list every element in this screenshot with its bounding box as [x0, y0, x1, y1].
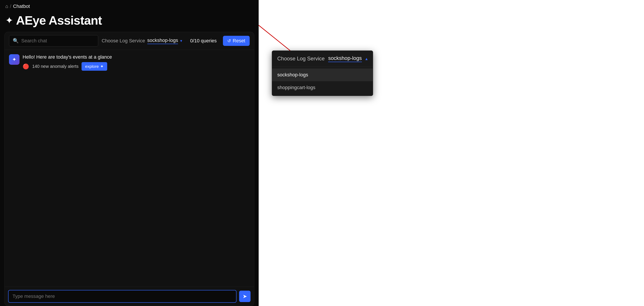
- sparkle-icon: ✦: [5, 15, 13, 26]
- dropdown-option-shoppingcart[interactable]: shoppingcart-logs: [272, 81, 373, 94]
- dropdown-popup-arrow-icon[interactable]: ▴: [366, 56, 368, 61]
- chat-messages: ✦ Hello! Here are today's events at a gl…: [4, 50, 254, 287]
- page-title-area: ✦ AEye Assistant: [0, 11, 259, 32]
- explore-button[interactable]: explore ✦: [82, 62, 107, 71]
- alert-icon: 🔴: [22, 63, 29, 70]
- send-button[interactable]: ➤: [239, 291, 250, 302]
- message-input[interactable]: [8, 290, 236, 303]
- explore-icon: ✦: [100, 64, 104, 69]
- chat-container: 🔍 Choose Log Service sockshop-logs ▾ 0/1…: [4, 32, 254, 306]
- reset-button[interactable]: ↺ Reset: [223, 36, 250, 46]
- dropdown-popup: Choose Log Service sockshop-logs ▴ socks…: [272, 51, 373, 96]
- page-title: AEye Assistant: [16, 13, 102, 28]
- search-input[interactable]: [21, 38, 94, 44]
- explore-label: explore: [85, 64, 99, 69]
- dropdown-popup-label: Choose Log Service: [277, 56, 325, 62]
- send-icon: ➤: [243, 293, 247, 299]
- chat-input-area: ➤: [4, 287, 254, 306]
- bot-avatar: ✦: [9, 54, 20, 65]
- chat-toolbar: 🔍 Choose Log Service sockshop-logs ▾ 0/1…: [4, 32, 254, 50]
- alert-row: 🔴 140 new anomaly alerts explore ✦: [22, 62, 112, 71]
- log-service-selector: Choose Log Service sockshop-logs ▾: [102, 38, 182, 44]
- dropdown-option-sockshop[interactable]: sockshop-logs: [272, 69, 373, 81]
- queries-count: 0/10 queries: [190, 38, 216, 44]
- main-panel: ⌂ / Chatbot ✦ AEye Assistant 🔍 Choose Lo…: [0, 0, 259, 306]
- bot-avatar-icon: ✦: [12, 56, 16, 63]
- log-service-label: Choose Log Service: [102, 38, 145, 44]
- dropdown-options: sockshop-logs shoppingcart-logs: [272, 67, 373, 96]
- message-row: ✦ Hello! Here are today's events at a gl…: [9, 54, 250, 71]
- dropdown-header: Choose Log Service sockshop-logs ▴: [272, 51, 373, 67]
- breadcrumb-current: Chatbot: [13, 4, 30, 9]
- reset-label: Reset: [233, 38, 245, 44]
- breadcrumb-separator: /: [10, 4, 11, 9]
- right-panel: Choose Log Service sockshop-logs ▴ socks…: [259, 0, 644, 306]
- alert-count-text: 140 new anomaly alerts: [32, 64, 78, 69]
- log-service-value[interactable]: sockshop-logs: [147, 38, 178, 44]
- message-text: Hello! Here are today's events at a glan…: [22, 54, 112, 60]
- reset-icon: ↺: [227, 38, 231, 44]
- breadcrumb: ⌂ / Chatbot: [0, 0, 259, 11]
- home-icon[interactable]: ⌂: [5, 4, 8, 9]
- dropdown-popup-selected: sockshop-logs: [328, 55, 362, 62]
- message-content: Hello! Here are today's events at a glan…: [22, 54, 112, 71]
- dropdown-arrow-icon[interactable]: ▾: [180, 38, 182, 43]
- search-icon: 🔍: [13, 38, 19, 44]
- search-bar: 🔍: [9, 35, 98, 47]
